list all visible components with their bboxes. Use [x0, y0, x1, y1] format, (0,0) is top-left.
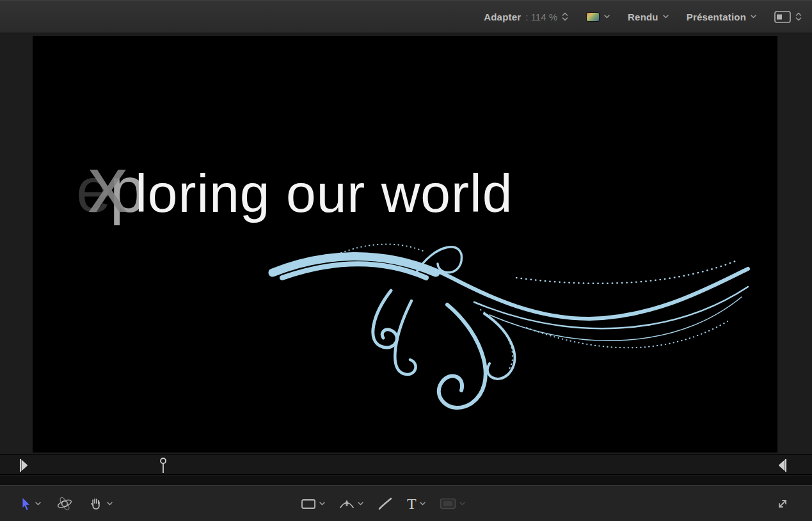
image-mask-tool[interactable] — [440, 498, 465, 509]
project-canvas[interactable]: exploring our world — [33, 36, 777, 453]
stepper-updown-icon — [795, 12, 802, 21]
window-controls-group — [776, 486, 790, 521]
select-arrow-icon — [20, 497, 32, 511]
canvas-workspace: exploring our world — [0, 34, 812, 454]
channels-popup[interactable] — [586, 12, 610, 22]
orbit-3d-icon — [56, 496, 73, 511]
bezier-tool[interactable] — [339, 497, 363, 511]
chevron-down-icon — [604, 15, 610, 19]
text-tool[interactable]: T — [407, 496, 426, 511]
playhead-marker[interactable] — [157, 456, 169, 474]
pen-curve-icon — [339, 497, 354, 511]
flourish-graphic-object[interactable] — [33, 36, 777, 453]
render-popup[interactable]: Rendu — [628, 12, 669, 22]
text-tool-icon: T — [407, 496, 417, 511]
zoom-level-control[interactable]: Adapter : 114 % — [484, 12, 568, 22]
view-tools-group — [20, 486, 113, 521]
image-well-icon — [440, 498, 456, 509]
brush-stroke-icon — [378, 497, 393, 511]
motion-window: Adapter : 114 % Rendu Présentation — [0, 0, 812, 521]
window-layout-control[interactable] — [774, 11, 802, 23]
hand-icon — [88, 496, 104, 511]
timeline-lower-strip — [0, 476, 812, 485]
stepper-updown-icon — [562, 12, 568, 21]
paint-stroke-tool[interactable] — [378, 497, 393, 511]
pan-tool[interactable] — [88, 496, 113, 511]
rectangle-icon — [301, 497, 316, 510]
expand-view-button[interactable] — [776, 497, 790, 511]
zoom-label: Adapter — [484, 12, 521, 22]
chevron-down-icon[interactable] — [358, 502, 363, 506]
view-popup[interactable]: Présentation — [687, 12, 756, 22]
window-layout-icon — [774, 11, 791, 23]
chevron-down-icon[interactable] — [107, 502, 113, 506]
render-label: Rendu — [628, 12, 658, 22]
chevron-down-icon[interactable] — [35, 502, 41, 506]
play-range-out-marker[interactable] — [777, 457, 787, 474]
chevron-down-icon — [751, 15, 756, 19]
chevron-down-icon[interactable] — [420, 502, 426, 506]
chevron-down-icon — [663, 15, 669, 19]
3d-transform-tool[interactable] — [56, 496, 73, 511]
tool-bar: T — [0, 485, 812, 521]
shape-tool[interactable] — [301, 497, 325, 510]
canvas-toolbar: Adapter : 114 % Rendu Présentation — [0, 0, 812, 33]
mini-timeline[interactable] — [0, 454, 812, 475]
create-tools-group: T — [301, 486, 465, 521]
chevron-down-icon[interactable] — [319, 502, 325, 506]
view-label: Présentation — [687, 12, 746, 22]
chevron-down-icon — [459, 502, 465, 506]
play-range-in-marker[interactable] — [19, 457, 29, 474]
select-transform-tool[interactable] — [20, 497, 41, 511]
zoom-value: : 114 % — [525, 12, 557, 22]
color-swatch-icon — [586, 12, 600, 22]
expand-diagonal-icon — [776, 497, 790, 511]
